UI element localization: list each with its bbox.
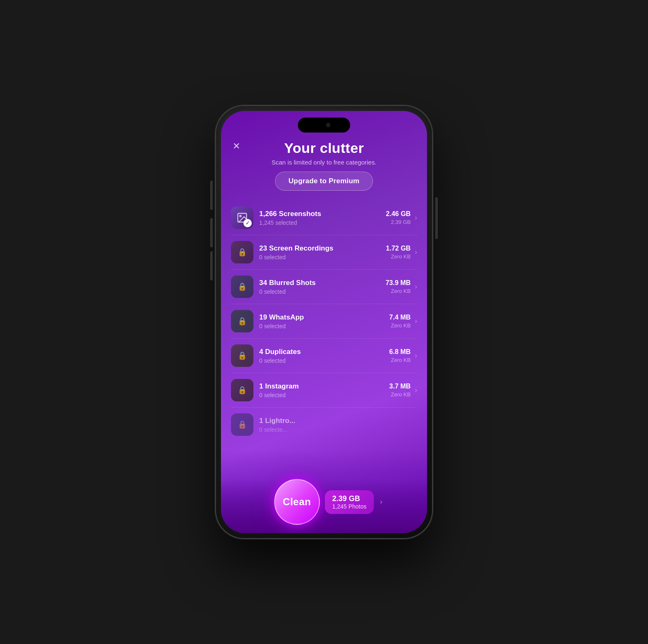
list-item[interactable]: ✓ 1,266 Screenshots 1,245 selected 2.46 … xyxy=(231,201,417,235)
lock-icon: 🔒 xyxy=(238,420,247,429)
item-title: 23 Screen Recordings xyxy=(259,244,386,253)
size-sub: Zero KB xyxy=(389,322,411,329)
screen-content: ✕ Your clutter Scan is limited only to f… xyxy=(221,111,427,533)
item-subtitle: 0 selected xyxy=(259,288,385,295)
size-sub: Zero KB xyxy=(389,391,411,398)
size-sub: Zero KB xyxy=(385,288,410,294)
item-subtitle: 1,245 selected xyxy=(259,219,386,226)
page-subtitle: Scan is limited only to free categories. xyxy=(231,159,417,166)
clean-button-wrapper: Clean xyxy=(274,479,320,525)
bottom-action-bar: Clean 2.39 GB 1,245 Photos › xyxy=(221,479,427,533)
item-size-blurred: 73.9 MB Zero KB xyxy=(385,279,410,294)
lock-overlay: 🔒 xyxy=(231,413,253,436)
size-main: 73.9 MB xyxy=(385,279,410,287)
clean-button-label: Clean xyxy=(283,496,311,508)
chevron-right-icon: › xyxy=(415,386,417,394)
clean-info-size: 2.39 GB xyxy=(332,494,367,503)
item-size-screenshots: 2.46 GB 2.39 GB xyxy=(386,210,411,225)
check-mark: ✓ xyxy=(243,219,252,227)
item-size-duplicates: 6.8 MB Zero KB xyxy=(389,348,411,363)
lock-icon: 🔒 xyxy=(238,317,247,326)
item-icon-screenshots: ✓ xyxy=(231,206,253,229)
size-sub: Zero KB xyxy=(386,253,411,260)
lock-overlay: 🔒 xyxy=(231,310,253,332)
item-info-lightroom: 1 Lightro... 0 selecte... xyxy=(259,417,417,433)
item-title: 34 Blurred Shots xyxy=(259,279,385,287)
list-item[interactable]: 🔒 19 WhatsApp 0 selected 7.4 MB Zero KB … xyxy=(231,304,417,339)
item-size-recordings: 1.72 GB Zero KB xyxy=(386,245,411,260)
item-info-whatsapp: 19 WhatsApp 0 selected xyxy=(259,313,389,329)
item-subtitle: 0 selected xyxy=(259,323,389,329)
item-subtitle: 0 selected xyxy=(259,392,389,398)
dynamic-island xyxy=(298,118,350,133)
close-button[interactable]: ✕ xyxy=(233,141,240,152)
lock-overlay: 🔒 xyxy=(231,344,253,367)
clutter-list: ✓ 1,266 Screenshots 1,245 selected 2.46 … xyxy=(231,201,417,442)
list-item[interactable]: 🔒 23 Screen Recordings 0 selected 1.72 G… xyxy=(231,235,417,270)
lock-overlay: 🔒 xyxy=(231,379,253,401)
phone-frame: ✕ Your clutter Scan is limited only to f… xyxy=(216,106,432,538)
item-title: 19 WhatsApp xyxy=(259,313,389,322)
item-size-whatsapp: 7.4 MB Zero KB xyxy=(389,314,411,329)
camera-indicator xyxy=(326,123,330,127)
item-info-blurred: 34 Blurred Shots 0 selected xyxy=(259,279,385,295)
lock-icon: 🔒 xyxy=(238,248,247,257)
phone-screen: ✕ Your clutter Scan is limited only to f… xyxy=(221,111,427,533)
lock-overlay: 🔒 xyxy=(231,275,253,298)
item-subtitle: 0 selected xyxy=(259,357,389,364)
svg-point-1 xyxy=(240,215,241,217)
header: Your clutter Scan is limited only to fre… xyxy=(231,140,417,166)
item-title: 1,266 Screenshots xyxy=(259,210,386,218)
chevron-right-icon: › xyxy=(415,352,417,359)
list-item[interactable]: 🔒 1 Lightro... 0 selecte... xyxy=(231,408,417,442)
clean-button[interactable]: Clean xyxy=(274,479,320,525)
item-subtitle: 0 selecte... xyxy=(259,426,417,433)
size-main: 1.72 GB xyxy=(386,245,411,252)
size-main: 2.46 GB xyxy=(386,210,411,218)
item-icon-whatsapp: 🔒 xyxy=(231,310,253,332)
item-icon-duplicates: 🔒 xyxy=(231,344,253,367)
clean-info-count: 1,245 Photos xyxy=(332,503,367,510)
chevron-right-icon: › xyxy=(415,248,417,256)
item-info-screenshots: 1,266 Screenshots 1,245 selected xyxy=(259,210,386,226)
upgrade-button[interactable]: Upgrade to Premium xyxy=(275,172,373,191)
lock-overlay: 🔒 xyxy=(231,241,253,263)
item-icon-lightroom: 🔒 xyxy=(231,413,253,436)
lock-icon: 🔒 xyxy=(238,386,247,395)
size-sub: Zero KB xyxy=(389,357,411,363)
size-main: 3.7 MB xyxy=(389,383,411,390)
size-sub: 2.39 GB xyxy=(386,219,411,225)
item-info-instagram: 1 Instagram 0 selected xyxy=(259,382,389,398)
item-title: 1 Lightro... xyxy=(259,417,417,425)
item-icon-recordings: 🔒 xyxy=(231,241,253,263)
chevron-right-icon: › xyxy=(415,283,417,290)
pill-chevron-icon: › xyxy=(380,498,382,506)
lock-icon: 🔒 xyxy=(238,282,247,291)
list-item[interactable]: 🔒 34 Blurred Shots 0 selected 73.9 MB Ze… xyxy=(231,270,417,304)
item-title: 1 Instagram xyxy=(259,382,389,391)
item-title: 4 Duplicates xyxy=(259,348,389,356)
lock-icon: 🔒 xyxy=(238,351,247,360)
item-icon-blurred: 🔒 xyxy=(231,275,253,298)
clean-info-pill[interactable]: 2.39 GB 1,245 Photos › xyxy=(325,490,374,514)
page-title: Your clutter xyxy=(231,140,417,156)
item-info-duplicates: 4 Duplicates 0 selected xyxy=(259,348,389,364)
item-info-recordings: 23 Screen Recordings 0 selected xyxy=(259,244,386,261)
item-subtitle: 0 selected xyxy=(259,254,386,261)
item-icon-instagram: 🔒 xyxy=(231,379,253,401)
list-item[interactable]: 🔒 4 Duplicates 0 selected 6.8 MB Zero KB… xyxy=(231,339,417,373)
chevron-right-icon: › xyxy=(415,317,417,325)
item-size-instagram: 3.7 MB Zero KB xyxy=(389,383,411,398)
size-main: 7.4 MB xyxy=(389,314,411,321)
size-main: 6.8 MB xyxy=(389,348,411,356)
list-item[interactable]: 🔒 1 Instagram 0 selected 3.7 MB Zero KB … xyxy=(231,373,417,408)
chevron-right-icon: › xyxy=(415,214,417,221)
